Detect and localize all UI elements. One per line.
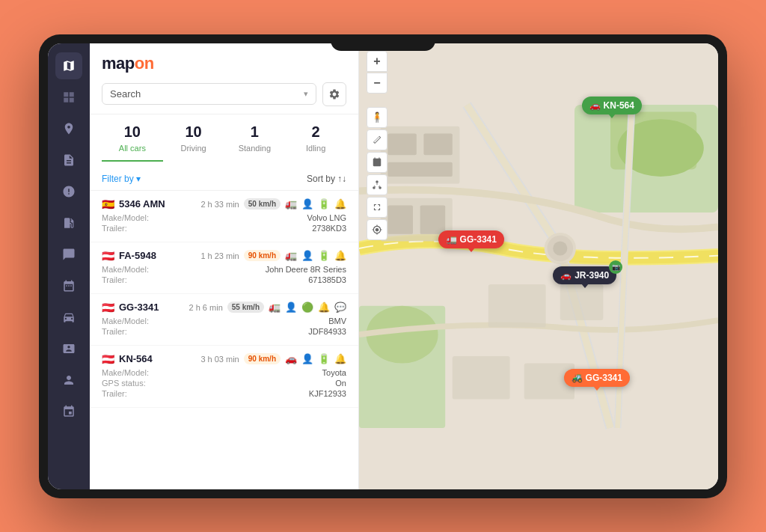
- sort-icon: ↑↓: [337, 174, 346, 184]
- vehicle-trailer-row: Trailer: KJF12933: [102, 389, 346, 398]
- sidebar-item-report[interactable]: [55, 272, 82, 299]
- trailer-label: Trailer:: [102, 275, 127, 284]
- sort-label: Sort by: [307, 174, 335, 184]
- tab-idling[interactable]: 2 Idling: [285, 123, 346, 162]
- make-value: Toyota: [322, 368, 346, 377]
- tractor-marker-icon: 🚜: [572, 373, 583, 383]
- ruler-tool-button[interactable]: [367, 129, 387, 150]
- truck-icon: 🚛: [285, 198, 297, 210]
- sidebar-item-car[interactable]: [55, 304, 82, 331]
- svg-point-19: [376, 180, 379, 183]
- vehicle-icons: 🚗 👤 🔋 🔔: [285, 353, 346, 364]
- sidebar-item-map[interactable]: [55, 52, 82, 79]
- battery-icon: 🔋: [318, 250, 330, 261]
- svg-rect-11: [387, 205, 413, 233]
- search-input[interactable]: [110, 88, 304, 100]
- location-center-button[interactable]: [367, 219, 387, 240]
- trailer-value: 2738KD3: [312, 224, 346, 233]
- truck-icon: 🚛: [285, 250, 297, 261]
- map-zoom-controls: + −: [367, 51, 387, 94]
- tab-driving[interactable]: 10 Driving: [163, 123, 224, 162]
- svg-point-21: [379, 186, 382, 189]
- bell-icon: 🔔: [318, 302, 330, 313]
- zoom-out-button[interactable]: −: [367, 73, 387, 94]
- filter-button[interactable]: Filter by ▾: [102, 174, 141, 184]
- marker-label: JR-3940: [574, 270, 609, 281]
- trailer-value: 671385D3: [308, 275, 346, 284]
- search-wrapper[interactable]: ▾: [102, 83, 316, 105]
- vehicle-item-gg3341[interactable]: 🇦🇹 GG-3341 2 h 6 min 55 km/h 🚛 👤 🟢 🔔 💬: [90, 294, 358, 346]
- logo-text: map: [102, 54, 135, 73]
- tab-driving-label: Driving: [181, 144, 206, 153]
- settings-button[interactable]: [322, 82, 346, 106]
- vehicle-row-header: 🇦🇹 GG-3341 2 h 6 min 55 km/h 🚛 👤 🟢 🔔 💬: [102, 302, 346, 314]
- vehicle-icons: 🚛 👤 🔋 🔔: [285, 250, 346, 261]
- marker-kn564-green[interactable]: 🚗 KN-564: [582, 97, 642, 114]
- sidebar-item-fuel[interactable]: [55, 210, 82, 236]
- driver-icon: 👤: [301, 353, 313, 364]
- sidebar-item-chat[interactable]: [55, 241, 82, 268]
- vehicle-row-header: 🇦🇹 FA-5948 1 h 23 min 90 km/h 🚛 👤 🔋 🔔: [102, 250, 346, 262]
- zoom-in-button[interactable]: +: [367, 51, 387, 72]
- gps-value: On: [335, 379, 346, 388]
- tab-all-count: 10: [102, 123, 163, 141]
- battery-icon: 🔋: [318, 198, 330, 210]
- make-value: BMV: [328, 317, 346, 325]
- vehicle-item-fa5948[interactable]: 🇦🇹 FA-5948 1 h 23 min 90 km/h 🚛 👤 🔋 🔔 Ma…: [90, 242, 358, 294]
- driver-icon: 👤: [301, 250, 313, 261]
- camera-badge: 📷: [609, 260, 622, 274]
- trailer-label: Trailer:: [102, 224, 127, 233]
- driver-icon: 👤: [301, 198, 313, 210]
- sidebar-item-dashboard[interactable]: [55, 84, 82, 111]
- vehicle-time: 3 h 03 min: [200, 355, 239, 364]
- sidebar: [48, 43, 90, 489]
- tab-standing[interactable]: 1 Standing: [224, 123, 286, 162]
- driver-icon: 👤: [285, 302, 297, 313]
- sidebar-item-id[interactable]: [55, 335, 82, 362]
- msg-icon: 💬: [334, 302, 346, 313]
- sidebar-item-alert[interactable]: [55, 178, 82, 205]
- tab-standing-label: Standing: [239, 144, 271, 153]
- vehicle-make-row: Make/Model: BMV: [102, 317, 346, 325]
- sidebar-item-user[interactable]: [55, 367, 82, 394]
- svg-rect-9: [387, 162, 452, 176]
- marker-gg3341-red[interactable]: 🚛 GG-3341: [438, 230, 504, 248]
- make-label: Make/Model:: [102, 213, 149, 222]
- sidebar-item-document[interactable]: [55, 147, 82, 174]
- tab-standing-count: 1: [224, 123, 286, 141]
- sort-button[interactable]: Sort by ↑↓: [307, 174, 346, 184]
- plate-number: KN-564: [119, 353, 196, 364]
- marker-gg3341-orange[interactable]: 🚜 GG-3341: [564, 369, 630, 387]
- vehicle-make-row: Make/Model: Volvo LNG: [102, 213, 346, 222]
- marker-label: GG-3341: [460, 234, 497, 245]
- speed-badge: 55 km/h: [227, 302, 264, 313]
- chevron-down-icon: ▾: [136, 174, 141, 184]
- cluster-tool-button[interactable]: [367, 174, 387, 195]
- route-tool-button[interactable]: [367, 152, 387, 173]
- vehicle-time: 2 h 33 min: [200, 200, 239, 209]
- vehicle-item-5346amn[interactable]: 🇪🇸 5346 AMN 2 h 33 min 50 km/h 🚛 👤 🔋 🔔 M…: [90, 191, 358, 242]
- vehicle-item-kn564[interactable]: 🇦🇹 KN-564 3 h 03 min 90 km/h 🚗 👤 🔋 🔔 Mak…: [90, 346, 358, 408]
- device-frame: mapon ▾ 10 All cars: [39, 34, 727, 498]
- tab-all-label: All cars: [119, 144, 146, 153]
- screen: mapon ▾ 10 All cars: [48, 43, 718, 489]
- bell-icon: 🔔: [334, 250, 346, 261]
- svg-rect-13: [488, 284, 546, 328]
- vehicle-icons: 🚛 👤 🔋 🔔: [285, 198, 346, 210]
- vehicle-trailer-row: Trailer: JDF84933: [102, 327, 346, 336]
- vehicle-time: 1 h 23 min: [200, 251, 239, 260]
- marker-label: GG-3341: [586, 373, 622, 383]
- svg-rect-12: [420, 205, 446, 233]
- person-icon-button[interactable]: 🧍: [367, 107, 387, 128]
- marker-jr3940-dark[interactable]: 🚗 JR-3940 📷: [553, 266, 616, 284]
- marker-label: KN-564: [604, 100, 634, 111]
- tab-all-cars[interactable]: 10 All cars: [102, 123, 163, 162]
- tab-driving-count: 10: [163, 123, 224, 141]
- fullscreen-button[interactable]: [367, 197, 387, 218]
- gps-label: GPS status:: [102, 379, 146, 388]
- sidebar-item-calendar[interactable]: [55, 398, 82, 425]
- chevron-down-icon: ▾: [304, 89, 308, 99]
- sidebar-item-location[interactable]: [55, 115, 82, 142]
- make-value: Volvo LNG: [307, 213, 346, 222]
- trailer-label: Trailer:: [102, 327, 127, 336]
